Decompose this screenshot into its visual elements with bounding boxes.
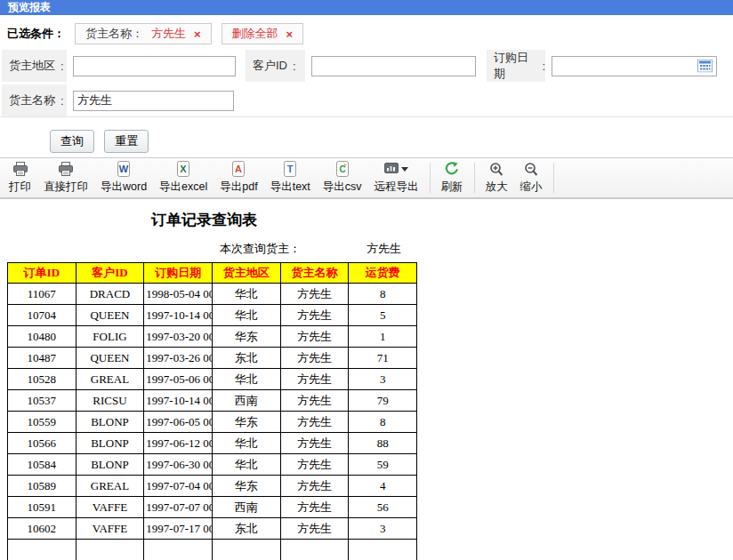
export-pdf-button[interactable]: A 导出pdf	[213, 158, 263, 197]
svg-text:A: A	[235, 164, 242, 174]
table-row: 10584 BLONP 1997-06-30 00 华北 方先生 59	[8, 454, 417, 476]
clipped-next-row	[8, 540, 417, 560]
table-row: 10528 GREAL 1997-05-06 00 华北 方先生 3	[8, 369, 417, 390]
print-button[interactable]: 打印	[3, 158, 37, 197]
cell-freight: 71	[349, 348, 417, 369]
customer-id-label: 客户ID:	[246, 50, 305, 82]
table-row: 10602 VAFFE 1997-07-17 00 东北 方先生 3	[8, 518, 417, 540]
refresh-button[interactable]: 刷新	[435, 158, 470, 197]
cell-shipper-region: 华北	[212, 369, 280, 390]
cell-shipper-name: 方先生	[280, 390, 349, 412]
cell-order-id: 10591	[8, 497, 77, 518]
cell-freight: 1	[349, 326, 417, 348]
direct-print-button[interactable]: 直接打印	[37, 158, 94, 197]
cell-customer-id: GREAL	[76, 476, 144, 497]
export-word-button[interactable]: W 导出word	[94, 158, 153, 197]
text-doc-icon: T	[283, 161, 297, 177]
zoom-out-icon	[524, 161, 538, 177]
column-header: 货主名称	[280, 263, 349, 284]
cell-customer-id: QUEEN	[76, 348, 144, 369]
cell-order-date: 1997-05-06 00	[144, 369, 213, 390]
cell-order-id: 10602	[8, 518, 77, 540]
cell-freight: 88	[349, 433, 417, 454]
clear-all-conditions-button[interactable]: 删除全部 ×	[222, 23, 304, 44]
cell-customer-id: VAFFE	[76, 497, 144, 518]
printer-icon	[58, 161, 74, 177]
cell-order-id: 10559	[8, 412, 77, 433]
export-csv-button[interactable]: C 导出csv	[317, 158, 368, 197]
cell-shipper-region: 华北	[212, 305, 280, 326]
word-doc-icon: W	[117, 161, 131, 177]
column-header: 货主地区	[212, 263, 280, 284]
cell-shipper-region: 华东	[212, 412, 280, 433]
toolbar-separator	[430, 163, 431, 193]
report-subtitle: 本次查询货主： 方先生	[220, 242, 733, 255]
cell-order-id: 10589	[8, 476, 77, 497]
cell-shipper-region: 东北	[212, 518, 280, 540]
cell-order-date: 1997-10-14 00	[144, 390, 213, 412]
table-row: 10537 RICSU 1997-10-14 00 西南 方先生 79	[8, 390, 417, 412]
cell-shipper-region: 华北	[212, 284, 280, 305]
remove-condition-icon[interactable]: ×	[194, 28, 201, 41]
svg-text:X: X	[181, 164, 188, 174]
cell-order-id: 10584	[8, 454, 77, 476]
condition-tag-shipper-name: 货主名称： 方先生 ×	[75, 23, 212, 44]
cell-shipper-name: 方先生	[280, 497, 349, 518]
cell-order-date: 1998-05-04 00	[144, 284, 213, 305]
table-row: 10559 BLONP 1997-06-05 00 华东 方先生 8	[8, 412, 417, 433]
svg-text:W: W	[119, 164, 129, 174]
cell-freight: 8	[349, 284, 417, 305]
shipper-region-input[interactable]	[73, 56, 236, 76]
selected-conditions-bar: 已选条件： 货主名称： 方先生 × 删除全部 ×	[0, 15, 733, 50]
orders-table-header: 订单ID 客户ID 订购日期 货主地区 货主名称 运货费	[8, 263, 417, 284]
cell-freight: 4	[349, 476, 417, 497]
cell-customer-id: BLONP	[76, 454, 144, 476]
cell-freight: 3	[349, 369, 417, 390]
order-date-label: 订购日期:	[487, 50, 545, 82]
cell-shipper-name: 方先生	[280, 369, 349, 390]
cell-shipper-region: 西南	[212, 497, 280, 518]
cell-shipper-region: 华北	[212, 433, 280, 454]
cell-order-date: 1997-07-04 00	[144, 476, 213, 497]
cell-order-date: 1997-10-14 00	[144, 305, 213, 326]
excel-doc-icon: X	[176, 161, 190, 177]
cell-customer-id: BLONP	[76, 412, 144, 433]
calendar-icon[interactable]	[697, 60, 713, 73]
condition-tag-value: 方先生	[151, 26, 186, 42]
export-excel-button[interactable]: X 导出excel	[153, 158, 213, 197]
cell-order-id: 10537	[8, 390, 77, 412]
printer-icon	[12, 161, 28, 177]
cell-order-id: 11067	[8, 284, 77, 305]
shipper-name-label: 货主名称:	[2, 84, 67, 116]
cell-order-date: 1997-06-05 00	[144, 412, 213, 433]
orders-table: 订单ID 客户ID 订购日期 货主地区 货主名称 运货费 11067 DRACD…	[7, 262, 417, 560]
column-header: 订购日期	[144, 263, 213, 284]
query-shipper-value: 方先生	[366, 242, 401, 255]
cell-shipper-name: 方先生	[280, 305, 349, 326]
remote-export-button[interactable]: 远程导出	[368, 158, 425, 197]
cell-order-date: 1997-06-12 00	[144, 433, 213, 454]
report-toolbar: 打印 直接打印 W 导出word X 导出excel A 导出pdf	[0, 157, 733, 199]
cell-freight: 59	[349, 454, 417, 476]
customer-id-input[interactable]	[311, 56, 476, 76]
zoom-out-button[interactable]: 缩小	[514, 158, 549, 197]
cell-freight: 8	[349, 412, 417, 433]
cell-order-date: 1997-06-30 00	[144, 454, 213, 476]
cell-order-id: 10566	[8, 433, 77, 454]
column-header: 订单ID	[8, 263, 77, 284]
shipper-region-label: 货主地区:	[2, 50, 67, 82]
cell-shipper-name: 方先生	[280, 412, 349, 433]
cell-customer-id: GREAL	[76, 369, 144, 390]
order-date-input[interactable]	[552, 56, 717, 76]
cell-shipper-name: 方先生	[280, 326, 349, 348]
cell-shipper-name: 方先生	[280, 433, 349, 454]
condition-tag-field: 货主名称：	[85, 26, 143, 42]
zoom-in-button[interactable]: 放大	[479, 158, 514, 197]
cell-customer-id: DRACD	[76, 284, 144, 305]
query-button[interactable]: 查询	[50, 130, 94, 153]
svg-text:T: T	[287, 164, 294, 174]
reset-button[interactable]: 重置	[104, 130, 149, 153]
export-text-button[interactable]: T 导出text	[264, 158, 317, 197]
cell-shipper-region: 华东	[212, 326, 280, 348]
shipper-name-input[interactable]	[73, 91, 234, 111]
